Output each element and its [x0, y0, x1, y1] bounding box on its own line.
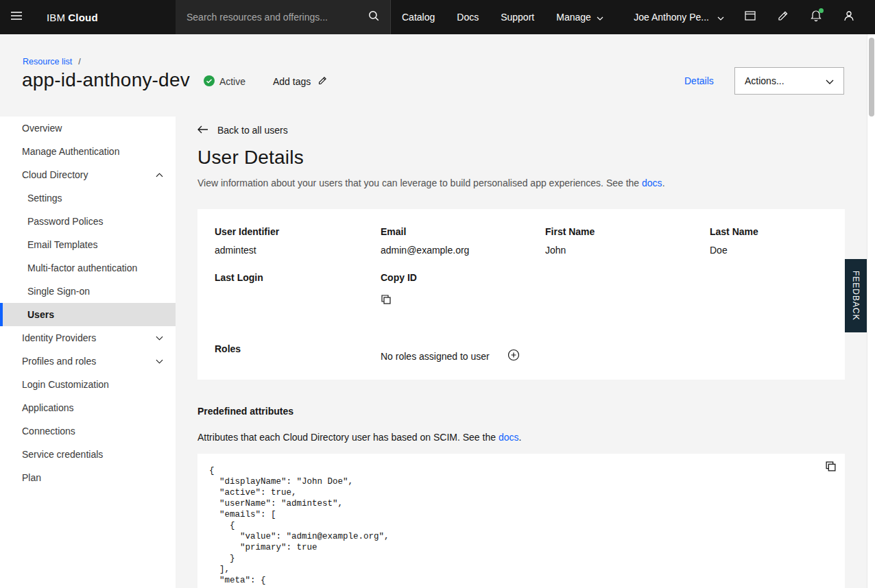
- sidebar-item-email-templates[interactable]: Email Templates: [0, 233, 176, 256]
- user-details-card: User Identifier admintest Email admin@ex…: [197, 209, 845, 380]
- field-label: User Identifier: [215, 226, 381, 237]
- copy-id-button[interactable]: [381, 294, 392, 308]
- nav-catalog[interactable]: Catalog: [391, 0, 446, 34]
- header-nav: Catalog Docs Support Manage: [391, 0, 614, 34]
- sidebar-item-label: Connections: [22, 426, 75, 437]
- sidebar-item-label: Settings: [27, 193, 62, 204]
- add-tags-label: Add tags: [273, 76, 311, 87]
- nav-support-label: Support: [501, 12, 534, 23]
- brand-cloud: Cloud: [68, 12, 98, 23]
- field-email: Email admin@example.org: [381, 226, 545, 256]
- copy-code-button[interactable]: [825, 461, 837, 475]
- hamburger-icon: [10, 9, 23, 25]
- status-badge-label: Active: [219, 76, 245, 87]
- feedback-tab[interactable]: FEEDBACK: [845, 259, 867, 332]
- docs-link[interactable]: docs: [499, 432, 519, 443]
- brand-ibm: IBM: [47, 12, 65, 23]
- scim-json-code: { "displayName": "John Doe", "active": t…: [209, 465, 834, 586]
- sidebar-item-settings[interactable]: Settings: [0, 186, 176, 210]
- chevron-down-icon: [717, 12, 724, 23]
- sidebar-item-label: Identity Providers: [22, 332, 96, 343]
- intro-period: .: [518, 432, 521, 443]
- breadcrumb: Resource list /: [23, 57, 81, 66]
- field-label: Last Name: [710, 226, 828, 237]
- docs-link[interactable]: docs: [642, 177, 662, 188]
- sidebar-item-label: Email Templates: [27, 239, 97, 250]
- sidebar-item-label: Profiles and roles: [22, 356, 96, 367]
- nav-support[interactable]: Support: [490, 0, 545, 34]
- chevron-down-icon: [156, 359, 163, 364]
- notifications-button[interactable]: [800, 0, 832, 34]
- sidebar-item-label: Multi-factor authentication: [27, 262, 137, 273]
- copy-icon: [825, 461, 837, 475]
- nav-docs-label: Docs: [457, 12, 479, 23]
- notification-badge-dot: [819, 8, 824, 13]
- avatar-icon: [842, 9, 856, 25]
- main-content: Back to all users User Details View info…: [197, 117, 845, 588]
- sidebar-item-applications[interactable]: Applications: [0, 396, 176, 419]
- details-link[interactable]: Details: [684, 75, 714, 86]
- hamburger-menu-button[interactable]: [0, 0, 33, 34]
- scim-attributes-code-block: { "displayName": "John Doe", "active": t…: [197, 454, 845, 588]
- field-label: Email: [381, 226, 545, 237]
- sidebar-item-single-sign-on[interactable]: Single Sign-on: [0, 280, 176, 303]
- sidebar-item-connections[interactable]: Connections: [0, 419, 176, 443]
- global-header: IBM Cloud Catalog Docs Support Manage Jo…: [0, 0, 875, 34]
- header-search: [176, 0, 391, 34]
- sidebar-item-manage-authentication[interactable]: Manage Authentication: [0, 140, 176, 163]
- check-circle-icon: [204, 75, 215, 88]
- sidebar-item-service-credentials[interactable]: Service credentials: [0, 443, 176, 466]
- intro-period: .: [662, 177, 665, 188]
- profile-button[interactable]: [832, 0, 865, 34]
- sidebar-item-password-polices[interactable]: Password Polices: [0, 210, 176, 233]
- sidebar-item-multi-factor-authentication[interactable]: Multi-factor authentication: [0, 256, 176, 280]
- nav-manage-label: Manage: [556, 12, 591, 23]
- field-last-login: Last Login: [215, 272, 381, 308]
- search-icon: [368, 10, 380, 25]
- chevron-down-icon: [156, 336, 163, 341]
- sidebar-item-label: Overview: [22, 123, 62, 134]
- scrollbar-thumb[interactable]: [869, 38, 874, 117]
- back-to-all-users-link[interactable]: Back to all users: [197, 125, 845, 136]
- nav-docs[interactable]: Docs: [446, 0, 490, 34]
- field-label: Copy ID: [381, 272, 545, 283]
- field-label: First Name: [545, 226, 710, 237]
- sidebar-item-plan[interactable]: Plan: [0, 466, 176, 489]
- field-value: Doe: [710, 245, 828, 256]
- edit-tags-icon[interactable]: [317, 75, 328, 88]
- sidebar-item-label: Plan: [22, 472, 41, 483]
- page-scrollbar[interactable]: [867, 34, 875, 588]
- sidebar-item-label: Login Customization: [22, 379, 109, 390]
- window-button[interactable]: [734, 0, 767, 34]
- field-copy-id: Copy ID: [381, 272, 545, 308]
- field-value: admintest: [215, 245, 381, 256]
- add-tags-button[interactable]: Add tags: [273, 75, 328, 88]
- actions-dropdown[interactable]: Actions...: [734, 67, 844, 95]
- sidebar-nav: Overview Manage Authentication Cloud Dir…: [0, 117, 176, 588]
- chevron-down-icon: [826, 75, 834, 86]
- user-details-intro: View information about your users that y…: [197, 177, 845, 188]
- ibm-cloud-logo[interactable]: IBM Cloud: [47, 0, 176, 34]
- search-button[interactable]: [357, 0, 390, 34]
- sidebar-item-overview[interactable]: Overview: [0, 117, 176, 140]
- field-last-name: Last Name Doe: [710, 226, 828, 256]
- sidebar-item-label: Applications: [22, 402, 74, 413]
- field-value: John: [545, 245, 710, 256]
- sidebar-item-label: Password Polices: [27, 216, 104, 227]
- plus-circle-icon: [507, 349, 520, 363]
- account-switcher[interactable]: Joe Anthony Pe...: [624, 0, 734, 34]
- predefined-attributes-title: Predefined attributes: [197, 406, 845, 417]
- sidebar-item-profiles-and-roles[interactable]: Profiles and roles: [0, 350, 176, 373]
- sidebar-item-users[interactable]: Users: [0, 303, 176, 326]
- edit-button[interactable]: [767, 0, 800, 34]
- add-role-button[interactable]: [507, 349, 520, 363]
- sidebar-item-login-customization[interactable]: Login Customization: [0, 373, 176, 396]
- fields-row-1: User Identifier admintest Email admin@ex…: [215, 226, 828, 256]
- nav-manage[interactable]: Manage: [545, 0, 614, 34]
- sidebar-item-cloud-directory[interactable]: Cloud Directory: [0, 163, 176, 186]
- breadcrumb-resource-list[interactable]: Resource list: [23, 57, 72, 66]
- sidebar-item-identity-providers[interactable]: Identity Providers: [0, 326, 176, 350]
- field-value: admin@example.org: [381, 245, 545, 256]
- search-input[interactable]: [176, 0, 357, 34]
- field-roles: Roles: [215, 343, 381, 363]
